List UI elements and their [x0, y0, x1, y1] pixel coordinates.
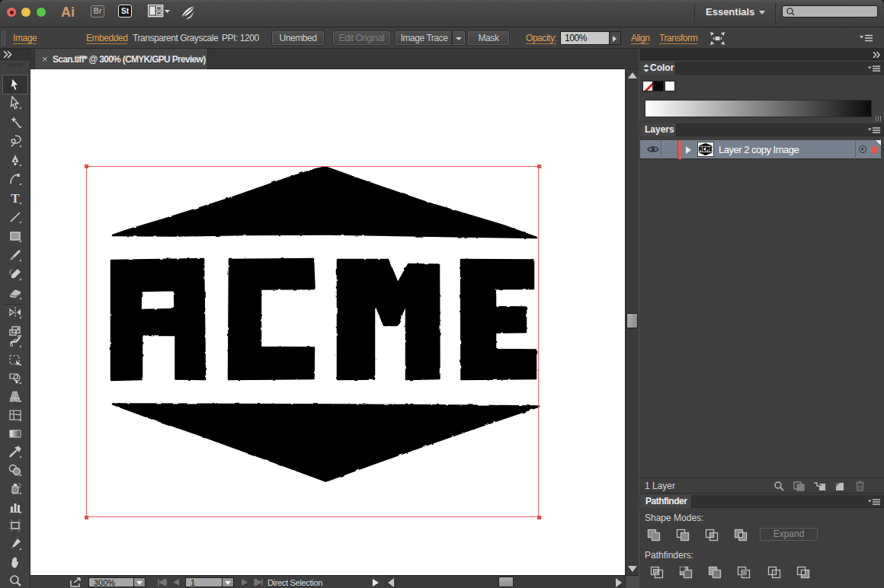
svg-text:T: T [11, 191, 20, 205]
